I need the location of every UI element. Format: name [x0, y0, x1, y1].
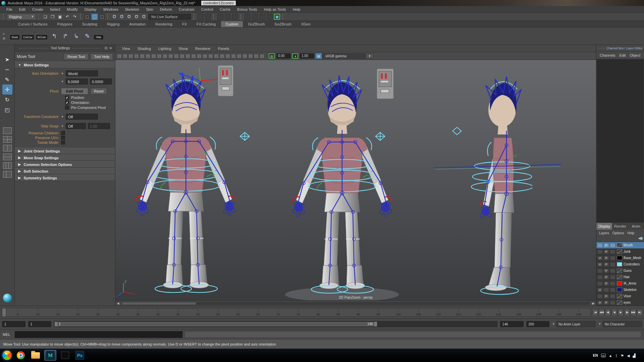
viewport-toolbar-icon-2[interactable]	[122, 54, 128, 59]
layer-filter-icon[interactable]: ◀▮	[638, 236, 643, 242]
rotate-tool[interactable]: ↻	[2, 95, 12, 105]
layer-playback-toggle[interactable]: P	[603, 268, 609, 273]
character-set-dropdown[interactable]: ▼ No Character	[598, 321, 642, 327]
input-connections-icon[interactable]	[198, 14, 204, 20]
viewport-toolbar-icon-8[interactable]	[157, 54, 162, 59]
language-indicator[interactable]: EN	[593, 353, 598, 357]
layer-tab-anim[interactable]: Anim	[628, 223, 644, 230]
layer-row-mouth[interactable]: PMouth	[596, 242, 644, 248]
layer-display-type-toggle[interactable]	[610, 294, 615, 299]
layout-two-pane-stacked-button[interactable]	[3, 154, 12, 160]
viewport-toolbar-icon-17[interactable]	[208, 54, 213, 59]
taskbar-explorer-button[interactable]	[30, 350, 42, 361]
layer-row-junk[interactable]: PJunk	[596, 248, 644, 255]
step-snap-dropdown[interactable]: ▼ Off 1.00	[61, 123, 110, 129]
layer-menu-help[interactable]: Help	[626, 231, 636, 236]
checkbox-orientation[interactable]: ✔	[65, 101, 69, 105]
layer-menu-options[interactable]: Options	[611, 231, 625, 236]
layer-row-controllers[interactable]: VPControllers	[596, 261, 644, 267]
redo-icon[interactable]: ↷	[72, 14, 78, 20]
grip-handle[interactable]	[38, 14, 40, 19]
reset-pivot-button[interactable]: Reset	[90, 88, 107, 95]
viewport-toolbar-icon-7[interactable]	[151, 54, 156, 59]
layer-playback-toggle[interactable]: P	[603, 256, 609, 260]
viewport-toolbar-icon-12[interactable]	[179, 54, 185, 59]
snap-curve-icon[interactable]: Ω	[119, 14, 125, 20]
viewport-toolbar-icon-21[interactable]	[231, 54, 236, 59]
layer-row-eyes[interactable]: VPeyes	[596, 299, 644, 306]
panel-menu-show[interactable]: Show	[175, 46, 192, 51]
layout-outliner-persp-button[interactable]	[3, 171, 12, 178]
viewport-toolbar-icon-23[interactable]	[242, 54, 248, 59]
exposure-icon[interactable]: ◎	[269, 53, 275, 59]
shelf-curve-in-icon[interactable]: ↰	[49, 31, 59, 41]
layer-menu-layers[interactable]: Layers	[598, 231, 610, 236]
tool-help-button[interactable]: Tool Help	[90, 53, 113, 60]
viewport-toolbar-icon-13[interactable]	[185, 54, 191, 59]
paint-select-tool[interactable]: ✎	[2, 74, 12, 84]
edit-pivot-button[interactable]: Edit Pivot	[61, 88, 88, 95]
render-icon[interactable]	[217, 14, 223, 20]
checkbox-tweak-mode[interactable]	[61, 140, 65, 144]
layer-row-ik-arms[interactable]: PIK_Arms	[596, 280, 644, 287]
paint-effects-icon[interactable]	[267, 14, 273, 20]
current-frame-marker[interactable]	[2, 308, 5, 316]
viewport-toolbar-icon-22[interactable]	[236, 54, 242, 59]
menu-skeleton[interactable]: Skeleton	[122, 7, 142, 12]
channelbox-menu-object[interactable]: Object	[628, 53, 642, 58]
shelf-pencil-icon[interactable]: ✎	[83, 31, 93, 41]
menu-cache[interactable]: Cache	[217, 7, 233, 12]
pane-scrollbar[interactable]: ◀ ▶	[115, 301, 596, 306]
layer-color-swatch[interactable]	[617, 281, 622, 286]
output-connections-icon[interactable]	[205, 14, 211, 20]
layer-row-guns[interactable]: PGuns	[596, 267, 644, 274]
layout-single-pane-button[interactable]	[3, 127, 12, 134]
layer-row-hair[interactable]: PHair	[596, 274, 644, 280]
animation-start-field[interactable]: 1	[2, 321, 25, 327]
checkbox-preserve-uvs[interactable]	[61, 136, 65, 140]
move-y-field[interactable]: 0.0000	[90, 78, 112, 84]
layer-playback-toggle[interactable]: P	[603, 275, 609, 280]
playback-start-field[interactable]: 1	[28, 321, 52, 327]
viewport-toolbar-icon-5[interactable]	[140, 54, 145, 59]
grip-handle[interactable]	[80, 14, 82, 19]
viewport-toolbar-icon-1[interactable]	[117, 54, 122, 59]
range-track[interactable]: 1 146	[54, 321, 497, 327]
playback-end-field[interactable]: 146	[500, 321, 524, 327]
shelf-button-cocov[interactable]: CoCov	[21, 35, 34, 40]
move-x-field[interactable]: 8.0068	[66, 78, 88, 84]
menu-skin[interactable]: Skin	[143, 7, 156, 12]
channel-box-empty-area[interactable]	[597, 59, 644, 223]
panel-menu-view[interactable]: View	[119, 46, 133, 51]
viewport-toolbar-icon-6[interactable]	[145, 54, 151, 59]
menu-modify[interactable]: Modify	[64, 7, 80, 12]
go-to-start-button[interactable]: |◀	[592, 309, 598, 316]
snap-viewplane-icon[interactable]: Ω	[141, 14, 147, 20]
timeline-ruler[interactable]: 1510152025303540455055606570758085909510…	[1, 308, 591, 317]
layer-display-type-toggle[interactable]	[610, 281, 615, 286]
layer-display-type-toggle[interactable]	[610, 249, 615, 254]
menu-file[interactable]: File	[3, 7, 15, 12]
layer-color-swatch[interactable]	[617, 249, 622, 254]
action-center-icon[interactable]: ⚑	[621, 354, 624, 358]
viewport-toolbar-icon-19[interactable]	[219, 54, 225, 59]
shelf-button-ikcon[interactable]: IKCon	[36, 35, 48, 40]
grip-handle[interactable]	[194, 14, 195, 19]
shelf-tab-curves-surfaces[interactable]: Curves / Surfaces	[13, 21, 52, 27]
panel-menu-lighting[interactable]: Lighting	[155, 46, 175, 51]
exposure-field[interactable]: 0.00	[276, 53, 291, 59]
axis-orientation-dropdown[interactable]: ▼ World	[61, 70, 98, 76]
taskbar-console-button[interactable]	[59, 350, 71, 361]
section-soft-selection[interactable]: ▶Soft Selection	[15, 168, 115, 174]
select-tool[interactable]: ➤	[2, 54, 12, 64]
layer-playback-toggle[interactable]: P	[603, 281, 609, 286]
menu-deform[interactable]: Deform	[157, 7, 175, 12]
layer-playback-toggle[interactable]: P	[603, 249, 609, 254]
layer-playback-toggle[interactable]: P	[603, 300, 609, 305]
viewport-toolbar-icon-11[interactable]	[174, 54, 179, 59]
shelf-tab-gozbrush[interactable]: GoZBrush	[243, 21, 269, 27]
layer-playback-toggle[interactable]: P	[603, 243, 609, 248]
transform-constraint-dropdown[interactable]: ▼ Off	[61, 114, 98, 120]
grip-handle[interactable]	[282, 14, 284, 19]
scroll-right-icon[interactable]: ▶	[591, 302, 596, 305]
